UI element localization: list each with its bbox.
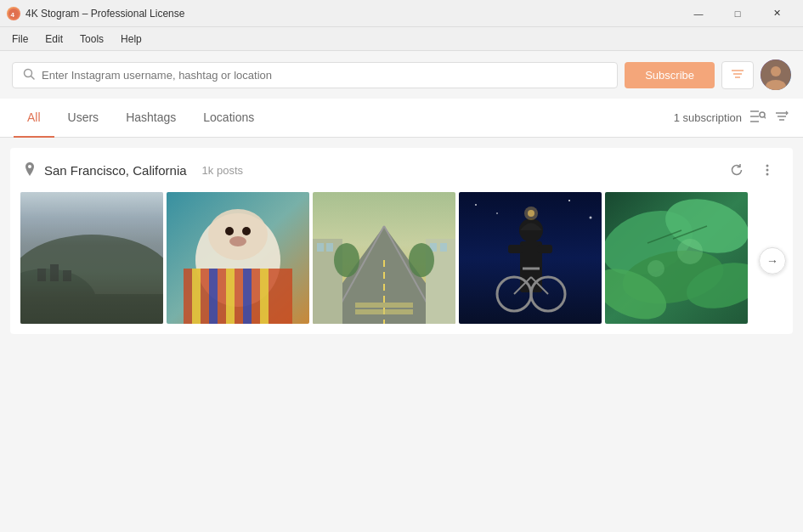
svg-rect-39: [226, 269, 235, 324]
content-area: San Francisco, California 1k posts: [0, 138, 803, 532]
search-area: Subscribe: [0, 51, 803, 99]
app-logo: 4: [7, 7, 20, 20]
svg-point-18: [28, 165, 31, 168]
svg-point-34: [242, 227, 251, 235]
tab-hashtags[interactable]: Hashtags: [112, 99, 189, 138]
svg-line-14: [765, 116, 766, 118]
svg-point-19: [766, 165, 769, 167]
svg-point-61: [590, 217, 592, 219]
tab-users[interactable]: Users: [54, 99, 113, 138]
svg-point-8: [771, 66, 781, 76]
close-button[interactable]: ✕: [757, 0, 796, 27]
svg-point-53: [409, 243, 434, 277]
svg-point-59: [496, 212, 498, 214]
svg-rect-40: [243, 269, 252, 324]
svg-rect-37: [192, 269, 201, 324]
svg-rect-38: [209, 269, 218, 324]
svg-rect-27: [50, 264, 59, 281]
titlebar: 4 4K Stogram – Professional License — □ …: [0, 0, 803, 27]
menu-tools[interactable]: Tools: [71, 30, 112, 48]
svg-point-21: [766, 173, 769, 176]
search-icon: [23, 68, 35, 82]
menu-help[interactable]: Help: [112, 30, 150, 48]
svg-rect-47: [317, 243, 324, 252]
subscription-count: 1 subscription: [674, 111, 742, 124]
svg-rect-64: [508, 245, 523, 253]
titlebar-left: 4 4K Stogram – Professional License: [7, 7, 184, 20]
menu-file[interactable]: File: [3, 30, 37, 48]
svg-rect-51: [440, 243, 447, 252]
window-controls: — □ ✕: [679, 0, 796, 27]
photo-item-1[interactable]: [20, 192, 163, 324]
svg-rect-48: [326, 243, 333, 252]
post-count: 1k posts: [202, 164, 243, 177]
menu-edit[interactable]: Edit: [37, 30, 71, 48]
subscribe-button[interactable]: Subscribe: [625, 62, 715, 88]
svg-rect-29: [20, 294, 163, 324]
svg-point-72: [528, 210, 534, 217]
search-box: [12, 62, 618, 88]
location-actions: [725, 158, 779, 182]
svg-point-35: [229, 236, 246, 246]
sort-button[interactable]: [774, 110, 789, 127]
tabs-right: 1 subscription: [674, 110, 789, 127]
svg-point-33: [225, 227, 234, 235]
svg-rect-41: [260, 269, 269, 324]
svg-rect-26: [37, 269, 46, 281]
photo-item-3[interactable]: [313, 192, 455, 324]
svg-point-82: [647, 260, 664, 277]
app-content: Subscribe All Users Hashtags Locations 1…: [0, 51, 803, 532]
more-options-button[interactable]: [755, 158, 779, 182]
pin-icon: [24, 162, 36, 178]
app-title: 4K Stogram – Professional License: [25, 8, 184, 20]
svg-text:4: 4: [11, 10, 15, 18]
svg-rect-28: [63, 270, 71, 281]
location-name: San Francisco, California: [44, 163, 187, 178]
search-input[interactable]: [42, 69, 607, 82]
location-header: San Francisco, California 1k posts: [10, 148, 793, 192]
svg-line-3: [31, 76, 35, 79]
maximize-button[interactable]: □: [718, 0, 757, 27]
minimize-button[interactable]: —: [679, 0, 718, 27]
tabs-area: All Users Hashtags Locations 1 subscript…: [0, 99, 803, 138]
location-info: San Francisco, California 1k posts: [24, 162, 243, 178]
menubar: File Edit Tools Help: [0, 27, 803, 51]
svg-rect-56: [355, 309, 413, 314]
location-card: San Francisco, California 1k posts: [10, 148, 793, 334]
svg-point-52: [334, 243, 359, 277]
next-button[interactable]: →: [759, 246, 786, 274]
svg-point-58: [475, 204, 477, 206]
search-list-button[interactable]: [750, 110, 766, 127]
photo-item-5[interactable]: [605, 192, 748, 324]
svg-point-81: [677, 239, 703, 264]
svg-point-20: [766, 169, 769, 172]
photo-strip: →: [10, 192, 793, 334]
tab-locations[interactable]: Locations: [189, 99, 268, 138]
svg-rect-55: [355, 303, 413, 308]
avatar[interactable]: [761, 59, 791, 90]
photo-item-4[interactable]: [459, 192, 602, 324]
refresh-button[interactable]: [725, 158, 749, 182]
svg-rect-65: [537, 245, 552, 253]
svg-point-60: [568, 200, 570, 201]
filter-button[interactable]: [721, 61, 754, 89]
tabs: All Users Hashtags Locations: [14, 99, 268, 137]
photo-item-2[interactable]: [167, 192, 309, 324]
svg-point-32: [208, 209, 268, 260]
tab-all[interactable]: All: [14, 99, 54, 138]
